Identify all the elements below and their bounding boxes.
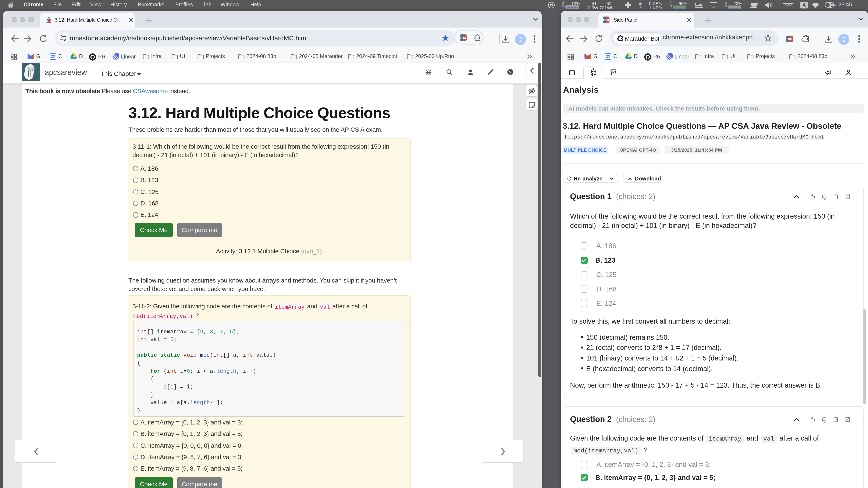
svg-text:Interactive: Interactive [28,69,35,71]
svg-text:?: ? [509,70,512,74]
